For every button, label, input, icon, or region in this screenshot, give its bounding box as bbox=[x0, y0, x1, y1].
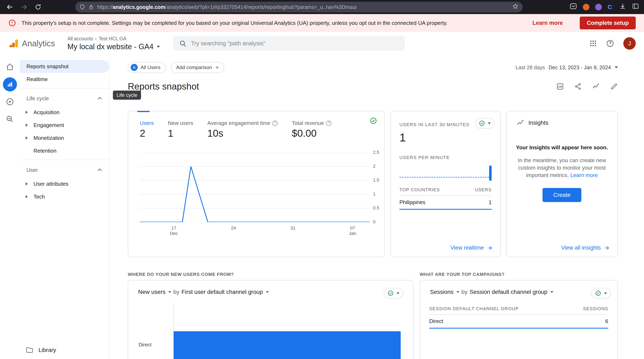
metric-new-users[interactable]: New users 1 bbox=[168, 120, 193, 139]
pocket-extension-icon[interactable] bbox=[570, 2, 577, 12]
browser-forward-button[interactable] bbox=[19, 2, 29, 12]
realtime-users-value: 1 bbox=[400, 131, 492, 144]
collapse-chevron-icon bbox=[98, 97, 102, 101]
realtime-data-quality-dropdown[interactable] bbox=[475, 118, 494, 129]
extension-purple-icon[interactable] bbox=[595, 4, 602, 10]
extension-c-icon[interactable]: C: bbox=[608, 4, 614, 10]
rail-item-advertising[interactable] bbox=[3, 112, 17, 126]
metric-selector[interactable]: New users bbox=[138, 289, 166, 295]
nav-rail bbox=[0, 55, 20, 359]
rail-item-reports[interactable] bbox=[3, 77, 17, 92]
sidebar-item-realtime[interactable]: Realtime bbox=[20, 73, 109, 86]
edit-report-icon[interactable] bbox=[610, 82, 618, 90]
tracking-shield-icon bbox=[80, 4, 85, 10]
category-label: Direct bbox=[138, 342, 171, 348]
analytics-logo[interactable]: Analytics bbox=[8, 38, 55, 49]
app-header: Analytics All accounts › Test HCL GA My … bbox=[0, 32, 644, 55]
metric-value: 1 bbox=[168, 128, 193, 139]
country-cell: Philippines bbox=[400, 199, 426, 206]
date-range-picker[interactable]: Last 28 days Dec 13, 2023 - Jan 9, 2024 bbox=[516, 64, 618, 70]
url-text: https://analytics.google.com/analytics/w… bbox=[97, 4, 357, 10]
all-users-chip[interactable]: A All Users bbox=[128, 62, 166, 73]
help-tooltip-icon[interactable]: ? bbox=[272, 120, 278, 126]
expand-arrow-icon bbox=[26, 111, 28, 114]
metric-headers: Users 2 New users 1 Average engagement t… bbox=[128, 111, 384, 139]
complete-setup-button[interactable]: Complete setup bbox=[580, 16, 636, 29]
data-quality-icon[interactable] bbox=[370, 117, 377, 124]
breadcrumb-account[interactable]: All accounts bbox=[68, 36, 93, 42]
sidebar-item-label: Retention bbox=[34, 148, 56, 154]
sidebar-item-retention[interactable]: Retention bbox=[20, 144, 109, 157]
product-name: Analytics bbox=[22, 39, 55, 48]
search-input[interactable] bbox=[191, 40, 399, 47]
new-users-card-title[interactable]: New users by First user default channel … bbox=[128, 280, 413, 295]
user-avatar[interactable]: J bbox=[623, 37, 636, 50]
rail-item-explore[interactable] bbox=[3, 95, 17, 109]
sidebar-item-acquisition[interactable]: Acquisition bbox=[20, 106, 109, 119]
downloads-icon[interactable] bbox=[619, 3, 626, 11]
chevron-down-icon bbox=[488, 122, 491, 124]
library-button[interactable]: Library bbox=[26, 346, 56, 354]
users-per-minute-chart bbox=[400, 165, 492, 180]
insights-title: Insights bbox=[528, 120, 548, 126]
add-comparison-chip[interactable]: Add comparison + bbox=[171, 62, 224, 73]
chevron-down-icon bbox=[266, 291, 269, 293]
sidebar-item-tech[interactable]: Tech bbox=[20, 190, 109, 203]
y-axis-tick: 0.5 bbox=[373, 205, 385, 211]
chevron-down-icon bbox=[456, 291, 460, 293]
help-tooltip-icon[interactable]: ? bbox=[326, 120, 332, 126]
dimension-selector[interactable]: First user default channel group bbox=[182, 289, 263, 295]
insights-learn-more-link[interactable]: Learn more bbox=[570, 172, 598, 178]
realtime-card: USERS IN LAST 30 MINUTES 1 USERS PER MIN… bbox=[390, 111, 501, 257]
sidebar-item-user-attributes[interactable]: User attributes bbox=[20, 178, 109, 190]
help-icon[interactable] bbox=[606, 39, 614, 48]
customize-report-icon[interactable] bbox=[556, 82, 564, 90]
reports-icon bbox=[6, 81, 14, 88]
create-insight-button[interactable]: Create bbox=[542, 188, 581, 202]
browser-back-button[interactable] bbox=[5, 2, 15, 12]
card-data-quality-dropdown[interactable] bbox=[384, 288, 403, 298]
banner-message: This property's setup is not complete. S… bbox=[22, 20, 448, 26]
sidebar-item-label: Tech bbox=[34, 194, 45, 200]
insights-icon[interactable] bbox=[592, 82, 600, 90]
card-data-quality-dropdown[interactable] bbox=[591, 288, 611, 298]
metric-total-revenue[interactable]: Total revenue? $0.00 bbox=[292, 120, 332, 139]
insights-card: Insights Your Insights will appear here … bbox=[506, 111, 618, 257]
metric-users[interactable]: Users 2 bbox=[140, 120, 154, 139]
bookmark-star-icon[interactable] bbox=[512, 3, 518, 11]
url-bar[interactable]: https://analytics.google.com/analytics/w… bbox=[75, 2, 523, 12]
link-label: View all insights bbox=[561, 245, 601, 251]
sidebar-item-reports-snapshot[interactable]: Reports snapshot bbox=[20, 60, 109, 73]
sidebar-section-user[interactable]: User bbox=[20, 162, 109, 178]
campaigns-card-title[interactable]: Sessions by Session default channel grou… bbox=[420, 280, 617, 295]
chevron-down-icon bbox=[396, 292, 400, 294]
sidebar-item-monetization[interactable]: Monetization bbox=[20, 132, 109, 144]
rail-item-home[interactable] bbox=[3, 60, 17, 74]
collapse-chevron-icon bbox=[98, 168, 102, 173]
banner-learn-more-link[interactable]: Learn more bbox=[532, 20, 563, 26]
dimension-selector[interactable]: Session default channel group bbox=[470, 289, 548, 295]
users-column-header: USERS bbox=[475, 187, 492, 192]
sidebar-item-engagement[interactable]: Engagement bbox=[20, 119, 109, 132]
overview-cards-row: WHERE DO YOUR NEW USERS COME FROM? New u… bbox=[128, 272, 618, 359]
view-realtime-link[interactable]: View realtime bbox=[450, 245, 493, 251]
search-bar[interactable] bbox=[173, 36, 405, 51]
x-axis-tick: 24 bbox=[225, 226, 242, 231]
property-selector[interactable]: All accounts › Test HCL GA My local dx w… bbox=[68, 36, 160, 51]
apps-grid-icon[interactable] bbox=[590, 40, 597, 47]
browser-reload-button[interactable] bbox=[33, 2, 43, 12]
sidebar-toggle-icon[interactable] bbox=[632, 3, 639, 11]
sidebar-section-life-cycle[interactable]: Life cycle bbox=[20, 91, 109, 106]
extension-avatar-icon[interactable] bbox=[583, 4, 590, 10]
metric-avg-engagement-time[interactable]: Average engagement time? 10s bbox=[207, 120, 278, 139]
breadcrumb-property[interactable]: Test HCL GA bbox=[98, 36, 126, 42]
browser-chrome: https://analytics.google.com/analytics/w… bbox=[0, 0, 644, 14]
view-all-insights-link[interactable]: View all insights bbox=[561, 245, 610, 251]
expand-arrow-icon bbox=[26, 182, 28, 186]
forward-arrow-icon bbox=[20, 4, 28, 10]
warning-icon bbox=[8, 19, 16, 27]
date-range-preset: Last 28 days bbox=[516, 64, 545, 70]
metric-selector[interactable]: Sessions bbox=[430, 289, 454, 295]
share-report-icon[interactable] bbox=[574, 82, 582, 90]
title-connector: by bbox=[462, 289, 468, 295]
